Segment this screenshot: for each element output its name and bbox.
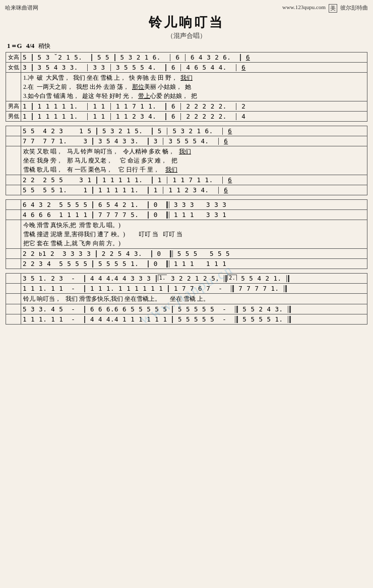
key-info: 1＝G bbox=[7, 41, 22, 50]
s4-soprano: 3 5 1. 2 3 - 4 4 4.4 4 3 3 3 1. 3 2 2 1 … bbox=[6, 274, 367, 284]
s4-soprano-notes: 3 5 1. 2 3 - 4 4 4.4 4 3 3 3 1. 3 2 2 1 … bbox=[21, 274, 367, 283]
s4-bass: 1 1 1. 1 1 - 4 4 4.4 1 1 1 1 1 1 5 5 5 5… bbox=[6, 314, 367, 324]
s4-alto-notes: 1 1 1. 1 1 - 1 1 1. 1 1 1 1 1 1 1 7 7 6 … bbox=[21, 284, 367, 293]
s2-alto-notes: 7 7 7 7 1. 3 3 5 4 3 3. 3 3 5 5 5 4. 6 bbox=[21, 136, 367, 146]
subtitle: （混声合唱） bbox=[5, 31, 368, 40]
main-title: 铃儿响叮当 bbox=[5, 14, 368, 31]
title-block: 铃儿响叮当 （混声合唱） bbox=[5, 14, 368, 40]
s2-lyric-1: 欢笑 又歌 唱， 马儿 铃声 响叮当， 令人精神 多欢 畅， 我们 bbox=[23, 147, 365, 156]
s2-lyrics: 欢笑 又歌 唱， 马儿 铃声 响叮当， 令人精神 多欢 畅， 我们 坐在 我身 … bbox=[6, 146, 367, 175]
s3-tenor: 2 2 b1 2 3 3 3 3 2 2 5 4 3. 0 5 5 5 5 5 … bbox=[6, 249, 367, 259]
s3-lyrics: 今晚 滑雪 真快乐,把 滑雪 歌儿 唱。) 雪橇 撞进 泥塘 里,害得我们 遭了… bbox=[6, 220, 367, 249]
section-2: 5 5 4 2 3 1 5 5 3 2 1 5. 5 5 3 2 1 6. 6 … bbox=[6, 126, 367, 195]
s3-alto-notes: 4 6 6 6 1 1 1 1 7 7 7 7 5. 0 1 1 1 3 3 1 bbox=[21, 210, 367, 220]
s4-alto: 1 1 1. 1 1 - 1 1 1. 1 1 1 1 1 1 1 7 7 6 … bbox=[6, 284, 367, 294]
s3-bass-notes: 2 2 3 4 5 5 5 5 5 5 5 5 1. 0 1 1 1 1 1 1 bbox=[21, 259, 367, 269]
bass-notes-1: 1 1 1 1 1 1. 1 1 1 1 2 3 4. 6 2 2 2 2 2.… bbox=[21, 112, 367, 121]
page: 哈来咪曲谱网 www.123qupu.com 美 彼尔彭特曲 铃儿响叮当 （混声… bbox=[0, 0, 373, 588]
s4-tenor-notes: 5 3 3. 4 5 - 6 6 6.6 6 5 5 5 5 5 5 5 5 5… bbox=[21, 304, 367, 314]
s4-lyrics: 铃儿 响叮当， 我们 滑雪多快乐,我们 坐在雪橇上。 坐在 雪橇 上。 bbox=[6, 294, 367, 304]
score-row-bass-1: 男低 1 1 1 1 1 1. 1 1 1 1 2 3 4. 6 2 2 2 2… bbox=[6, 112, 367, 121]
s2-tenor-notes: 2 2 2 5 5 3 1 1 1 1 1 1. 1 1 1 7 1 1. 6 bbox=[21, 175, 367, 185]
lyric-line-1: 1.冲 破 大风雪， 我们 坐在 雪橇 上， 快 奔驰 去 田 野， 我们 bbox=[23, 73, 365, 82]
s2-alto: 7 7 7 7 1. 3 3 5 4 3 3. 3 3 5 5 5 4. 6 bbox=[6, 136, 367, 146]
score-row-alto-1: 女低 3 3 5 4 3 3. 3 3 3 5 5 5 4. 6 4 6 5 4… bbox=[6, 63, 367, 73]
s4-tenor: 5 3 3. 4 5 - 6 6 6.6 6 5 5 5 5 5 5 5 5 5… bbox=[6, 304, 367, 314]
soprano-notes-1: 5 5 3 ̆ 2 1 5. 5 5 5 3 2 1 6. 6 6 4 3 2 … bbox=[21, 52, 367, 62]
section-1: 女高 5 5 3 ̆ 2 1 5. 5 5 5 3 2 1 6. 6 6 4 3… bbox=[6, 52, 367, 122]
time-sig: 4/4 bbox=[26, 42, 35, 50]
tenor-notes-1: 1 1 1 1 1 1. 1 1 1 1 7 1 1. 6 2 2 2 2 2.… bbox=[21, 101, 367, 111]
section-4: 3 5 1. 2 3 - 4 4 4.4 4 3 3 3 1. 3 2 2 1 … bbox=[6, 273, 367, 325]
composer: 彼尔彭特曲 bbox=[340, 4, 368, 13]
s2-tenor: 2 2 2 5 5 3 1 1 1 1 1 1. 1 1 1 7 1 1. 6 bbox=[6, 175, 367, 185]
s3-lyric-3: 把它 套在 雪橇 上,就 飞奔 向前 方。) bbox=[23, 239, 365, 248]
voice-bass: 男低 bbox=[6, 112, 21, 121]
lyric-line-2: 2.在 一两天之前， 我想 出外 去游 荡， 那位美丽 小姑娘， 她 bbox=[23, 82, 365, 91]
s2-lyric-2: 坐在 我身 旁， 那 马儿 瘦又老， 它 命运 多灾 难， 把 bbox=[23, 156, 365, 165]
voice-tenor: 男高 bbox=[6, 101, 21, 111]
alto-notes-1: 3 3 5 4 3 3. 3 3 3 5 5 5 4. 6 4 6 5 4 4.… bbox=[21, 63, 367, 72]
s3-soprano-notes: 6 4 3 2 5 5 5 5 6 5 4 2 1. 0 3 3 3 3 3 3 bbox=[21, 200, 367, 209]
s2-bass-notes: 5 5 5 5 1. 1 1 1 1 1 1. 1 1 1 2 3 4. 6 bbox=[21, 185, 367, 195]
score-row-tenor-1: 男高 1 1 1 1 1 1. 1 1 1 1 7 1 1. 6 2 2 2 2… bbox=[6, 101, 367, 112]
s2-lyric-3: 雪橇 歌儿 唱， 有 一匹 栗色马， 它 日行 千 里， 我们 bbox=[23, 165, 365, 174]
s3-tenor-notes: 2 2 b1 2 3 3 3 3 2 2 5 4 3. 0 5 5 5 5 5 … bbox=[21, 249, 367, 258]
s2-soprano: 5 5 4 2 3 1 5 5 3 2 1 5. 5 5 3 2 1 6. 6 bbox=[6, 126, 367, 136]
s3-soprano: 6 4 3 2 5 5 5 5 6 5 4 2 1. 0 3 3 3 3 3 3 bbox=[6, 200, 367, 210]
s2-bass: 5 5 5 5 1. 1 1 1 1 1 1. 1 1 1 2 3 4. 6 bbox=[6, 185, 367, 195]
s3-alto: 4 6 6 6 1 1 1 1 7 7 7 7 5. 0 1 1 1 3 3 1 bbox=[6, 210, 367, 220]
s4-lyric-1: 铃儿 响叮当， 我们 滑雪多快乐,我们 坐在雪橇上。 坐在 雪橇 上。 bbox=[23, 294, 365, 303]
section-3: 6 4 3 2 5 5 5 5 6 5 4 2 1. 0 3 3 3 3 3 3… bbox=[6, 199, 367, 269]
site-right: www.123qupu.com bbox=[282, 4, 326, 13]
lyric-line-3: 3.如今白雪 铺满 地， 趁这 年轻 好时 光， 带上心爱 的姑娘， 把 bbox=[23, 91, 365, 100]
voice-soprano: 女高 bbox=[6, 52, 21, 62]
tempo: 稍快 bbox=[38, 42, 50, 50]
s4-bass-notes: 1 1 1. 1 1 - 4 4 4.4 1 1 1 1 1 1 5 5 5 5… bbox=[21, 314, 367, 324]
s3-bass: 2 2 3 4 5 5 5 5 5 5 5 5 1. 0 1 1 1 1 1 1 bbox=[6, 259, 367, 269]
voice-alto: 女低 bbox=[6, 63, 21, 72]
site-left: 哈来咪曲谱网 bbox=[5, 4, 38, 12]
header: 哈来咪曲谱网 www.123qupu.com 美 彼尔彭特曲 bbox=[5, 4, 368, 13]
score-row-soprano-1: 女高 5 5 3 ̆ 2 1 5. 5 5 5 3 2 1 6. 6 6 4 3… bbox=[6, 52, 367, 63]
attrib-bracket: 美 bbox=[329, 4, 337, 13]
s3-lyric-1: 今晚 滑雪 真快乐,把 滑雪 歌儿 唱。) bbox=[23, 221, 365, 230]
s3-lyric-2: 雪橇 撞进 泥塘 里,害得我们 遭了 秧。) 叮叮 当 叮叮 当 bbox=[23, 230, 365, 239]
lyrics-row-1: 1.冲 破 大风雪， 我们 坐在 雪橇 上， 快 奔驰 去 田 野， 我们 2.… bbox=[6, 73, 367, 101]
s2-soprano-notes: 5 5 4 2 3 1 5 5 3 2 1 5. 5 5 3 2 1 6. 6 bbox=[21, 126, 367, 136]
